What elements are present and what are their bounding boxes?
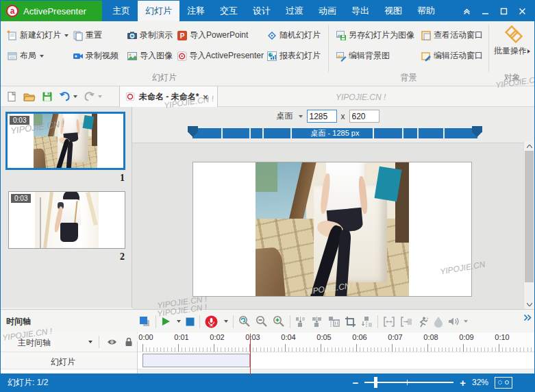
reset-button[interactable]: 重置 xyxy=(71,27,125,44)
record-presentation-icon xyxy=(127,30,138,41)
blur-drop-icon[interactable] xyxy=(434,316,443,328)
edit-window-icon xyxy=(421,51,432,62)
playhead[interactable] xyxy=(250,334,251,376)
slide-canvas[interactable]: YIPOJIE.CN ! xyxy=(192,162,472,297)
slide-height-input[interactable] xyxy=(349,110,380,123)
collapse-ribbon-icon[interactable] xyxy=(458,1,476,21)
report-slide-icon xyxy=(266,51,277,62)
document-tab[interactable]: 未命名 - 未命名* × xyxy=(119,86,218,107)
window-controls xyxy=(458,1,534,21)
open-folder-icon[interactable] xyxy=(23,91,36,102)
ruler-tick: 0:04 xyxy=(279,333,297,341)
stop-icon[interactable] xyxy=(186,317,195,326)
zoom-slider[interactable] xyxy=(364,377,453,388)
slide-canvas-viewport[interactable]: YIPOJIE.CN ! YIPOJIE.CN ! YIPOJIE.CN xyxy=(132,143,523,309)
redo-button[interactable] xyxy=(84,91,102,101)
import-activepresenter-button[interactable]: 导入ActivePresenter xyxy=(175,48,265,64)
report-slide-button[interactable]: 报表幻灯片 xyxy=(265,48,325,64)
layout-button[interactable]: 布局 xyxy=(5,48,71,64)
ruler-tick: 0:09 xyxy=(458,333,475,341)
split-all-icon[interactable] xyxy=(312,316,323,328)
reset-icon xyxy=(73,30,84,41)
import-image-icon xyxy=(127,51,138,62)
lock-icon[interactable] xyxy=(125,337,133,347)
record-options-icon[interactable] xyxy=(224,320,228,323)
batch-operations-button[interactable]: 批量操作 xyxy=(489,25,535,57)
crop-range-icon[interactable] xyxy=(345,316,356,328)
ruler-tick: 0:02 xyxy=(208,333,225,341)
slide-track-row-header[interactable]: 幻灯片 xyxy=(1,352,137,369)
menu-animations[interactable]: 动画 xyxy=(311,1,344,21)
record-video-button[interactable]: 录制视频 xyxy=(71,48,125,64)
minimize-icon[interactable] xyxy=(476,1,495,21)
undo-button[interactable] xyxy=(59,91,77,101)
view-active-window-button[interactable]: 查看活动窗口 xyxy=(419,27,488,44)
redo-icon xyxy=(84,91,95,101)
zoom-in-button[interactable]: + xyxy=(460,378,466,388)
menu-view[interactable]: 视图 xyxy=(377,1,410,21)
zoom-fit-icon[interactable] xyxy=(238,315,251,328)
record-presentation-button[interactable]: 录制演示 xyxy=(125,27,175,44)
group-label-objects: 对象 xyxy=(489,72,535,84)
timeline-selector-dropdown-icon[interactable] xyxy=(88,341,92,343)
menu-home[interactable]: 主页 xyxy=(105,1,138,21)
fit-to-window-icon[interactable] xyxy=(495,377,512,389)
timeline-ruler[interactable]: 0:00 0:01 0:02 0:03 0:04 0:05 0:06 0:07 … xyxy=(138,332,534,352)
new-slide-icon xyxy=(7,30,18,41)
canvas-vertical-scrollbar[interactable] xyxy=(523,141,534,309)
canvas-ruler: 桌面 - 1285 px xyxy=(188,126,482,138)
visibility-eye-icon[interactable] xyxy=(107,339,117,345)
zoom-out-icon[interactable] xyxy=(256,315,268,328)
menu-annotations[interactable]: 注释 xyxy=(179,1,212,21)
slides-panel: 0:03 YIPOJIE.CN ! 1 0:03 xyxy=(1,107,132,308)
audio-tools-button[interactable] xyxy=(448,316,468,327)
import-powerpoint-button[interactable]: P 导入PowerPoint xyxy=(175,27,265,44)
scroll-down-icon[interactable] xyxy=(524,299,534,309)
toolbar-overflow-icon[interactable] xyxy=(523,314,532,321)
menu-export[interactable]: 导出 xyxy=(344,1,377,21)
new-document-icon[interactable] xyxy=(6,91,17,102)
edit-background-button[interactable]: 编辑背景图 xyxy=(334,48,419,64)
delete-range-icon[interactable] xyxy=(328,316,340,328)
menu-design[interactable]: 设计 xyxy=(245,1,278,21)
slide-thumbnail-2[interactable]: 0:03 xyxy=(8,191,125,249)
slide-image-object[interactable]: YIPOJIE.CN ! xyxy=(256,162,408,296)
new-slide-button[interactable]: 新建幻灯片 xyxy=(5,27,71,44)
slide-duration-bar[interactable] xyxy=(142,354,250,367)
quick-access-toolbar xyxy=(6,86,102,106)
scrollbar-thumb[interactable] xyxy=(525,151,534,282)
slide-2-photo xyxy=(35,192,99,248)
edit-active-window-button[interactable]: 编辑活动窗口 xyxy=(419,48,488,64)
play-options-icon[interactable] xyxy=(177,320,181,323)
menu-interactions[interactable]: 交互 xyxy=(212,1,245,21)
zoom-out-button[interactable]: − xyxy=(352,378,358,388)
scroll-up-icon[interactable] xyxy=(524,141,534,151)
maximize-icon[interactable] xyxy=(495,1,513,21)
tab-close-icon[interactable]: × xyxy=(203,92,208,102)
dock-pane-icon[interactable] xyxy=(139,316,151,328)
menu-slide[interactable]: 幻灯片 xyxy=(138,1,179,21)
zoom-slider-handle[interactable] xyxy=(374,377,377,388)
play-icon[interactable] xyxy=(161,317,171,326)
animation-effect-icon[interactable] xyxy=(417,316,429,328)
menu-help[interactable]: 帮助 xyxy=(410,1,443,21)
import-image-button[interactable]: 导入图像 xyxy=(125,48,175,64)
size-preset-dropdown-icon[interactable] xyxy=(299,115,303,118)
ruler-tick: 0:07 xyxy=(386,333,403,341)
record-narration-icon[interactable] xyxy=(205,315,218,328)
close-icon[interactable] xyxy=(513,1,532,21)
menu-transitions[interactable]: 过渡 xyxy=(278,1,311,21)
ruler-bar[interactable]: 桌面 - 1285 px xyxy=(192,128,477,138)
insert-time-icon[interactable] xyxy=(361,316,373,328)
move-time-icon[interactable] xyxy=(400,316,412,328)
save-icon[interactable] xyxy=(42,91,53,102)
svg-text:P: P xyxy=(180,32,185,40)
zoom-in-icon[interactable] xyxy=(273,315,285,328)
slide-width-input[interactable] xyxy=(307,110,337,123)
save-slide-as-image-button[interactable]: 另存幻灯片为图像 xyxy=(334,27,419,44)
random-slide-button[interactable]: 随机幻灯片 xyxy=(265,27,325,44)
change-duration-icon[interactable] xyxy=(383,316,395,328)
split-object-icon[interactable] xyxy=(295,316,307,328)
slide-thumbnail-1[interactable]: 0:03 YIPOJIE.CN ! xyxy=(5,112,125,170)
timeline-tracks-area: 0:00 0:01 0:02 0:03 0:04 0:05 0:06 0:07 … xyxy=(138,332,534,376)
